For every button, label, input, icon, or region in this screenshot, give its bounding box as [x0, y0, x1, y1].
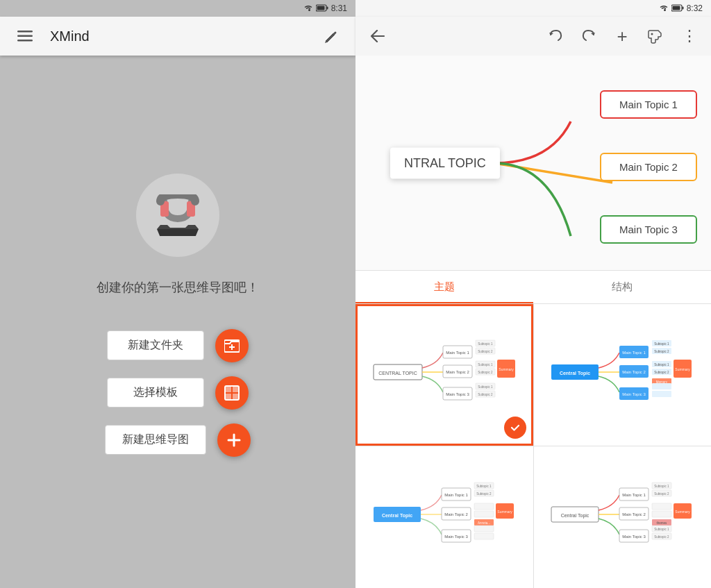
template-cell-4[interactable]: Central Topic Main Topic 1 Subtopic 1 Su… — [534, 446, 712, 588]
svg-rect-26 — [443, 365, 472, 378]
tab-bar: 主题 结构 — [356, 271, 711, 304]
left-wifi-icon — [303, 3, 313, 13]
redo-button[interactable] — [575, 22, 603, 50]
new-mindmap-label: 新建思维导图 — [105, 425, 206, 455]
select-template-row: 选择模板 — [14, 376, 342, 410]
template-cell-3[interactable]: Central Topic Main Topic 1 Subtopic 1 Su… — [356, 446, 533, 588]
svg-text:Subtopic 2: Subtopic 2 — [478, 350, 493, 353]
svg-rect-61 — [652, 391, 671, 397]
topic-node-3[interactable]: Main Topic 3 — [600, 215, 697, 244]
topic-node-2[interactable]: Main Topic 2 — [600, 153, 697, 181]
new-mindmap-button[interactable] — [217, 423, 251, 457]
svg-text:Main Topic 1: Main Topic 1 — [444, 493, 468, 497]
empty-state-icon — [136, 174, 219, 257]
add-button[interactable]: + — [608, 22, 636, 50]
svg-text:Subtopic 1: Subtopic 1 — [478, 363, 493, 367]
svg-text:Main Topic 1: Main Topic 1 — [622, 351, 646, 355]
left-battery-icon — [316, 4, 328, 13]
new-folder-button[interactable] — [215, 329, 249, 362]
svg-text:Subtopic 1: Subtopic 1 — [655, 485, 670, 488]
svg-text:Subtopic 2: Subtopic 2 — [655, 535, 670, 539]
svg-rect-72 — [474, 503, 494, 510]
svg-text:Main Topic 1: Main Topic 1 — [622, 493, 646, 497]
svg-text:Subtopic 1: Subtopic 1 — [476, 485, 492, 488]
svg-rect-12 — [225, 394, 231, 400]
svg-text:CENTRAL TOPIC: CENTRAL TOPIC — [378, 371, 417, 376]
svg-text:Main Topic 3: Main Topic 3 — [622, 535, 646, 539]
left-panel: 8:31 XMind — [0, 0, 356, 588]
svg-rect-30 — [476, 369, 495, 375]
svg-text:Central Topic: Central Topic — [382, 513, 412, 519]
svg-text:Subtopic 2: Subtopic 2 — [655, 492, 670, 496]
svg-text:Subtopic 1: Subtopic 1 — [655, 528, 670, 531]
svg-text:Summary: Summary — [497, 510, 512, 514]
svg-rect-32 — [497, 360, 515, 378]
svg-text:Main Topic 3: Main Topic 3 — [446, 392, 469, 396]
svg-text:Subtopic 2: Subtopic 2 — [476, 492, 492, 496]
hamburger-menu-icon[interactable] — [11, 22, 39, 50]
template-cell-2[interactable]: Central Topic Main Topic 1 Subtopic 1 Su… — [534, 304, 712, 446]
topic-node-1[interactable]: Main Topic 1 — [600, 90, 697, 119]
svg-text:Summary: Summary — [499, 367, 514, 371]
templates-grid: CENTRAL TOPIC Main Topic 1 Subtopic 1 Su… — [356, 304, 711, 588]
svg-text:Main Topic 2: Main Topic 2 — [622, 370, 646, 374]
svg-rect-16 — [672, 6, 680, 10]
back-button[interactable] — [364, 22, 392, 50]
template-cell-1[interactable]: CENTRAL TOPIC Main Topic 1 Subtopic 1 Su… — [356, 304, 533, 446]
svg-text:Subtopic 1: Subtopic 1 — [478, 385, 493, 389]
svg-rect-36 — [476, 383, 495, 389]
svg-text:Subtopic 1: Subtopic 1 — [478, 342, 493, 346]
svg-rect-38 — [476, 391, 495, 397]
more-options-button[interactable]: ⋮ — [675, 22, 703, 50]
right-wifi-icon — [659, 2, 669, 15]
svg-rect-3 — [17, 31, 33, 33]
new-folder-label: 新建文件夹 — [107, 330, 204, 360]
edit-icon[interactable] — [317, 22, 344, 50]
right-time: 8:32 — [687, 3, 703, 13]
new-mindmap-row: 新建思维导图 — [14, 423, 342, 457]
svg-text:Summary: Summary — [676, 367, 691, 371]
right-battery-icon — [671, 2, 684, 15]
tab-theme[interactable]: 主题 — [356, 271, 533, 303]
svg-text:Main Topic 3: Main Topic 3 — [622, 392, 646, 396]
right-toolbar: + ⋮ — [356, 17, 711, 56]
select-template-label: 选择模板 — [107, 378, 204, 408]
svg-rect-24 — [476, 348, 495, 354]
svg-text:Main Topic 3: Main Topic 3 — [444, 535, 468, 539]
left-status-icons: 8:31 — [303, 3, 347, 13]
select-template-button[interactable] — [215, 376, 249, 410]
svg-rect-15 — [682, 7, 683, 10]
svg-text:Subtopic 1: Subtopic 1 — [655, 342, 670, 346]
mindmap-canvas[interactable]: NTRAL TOPIC Main Topic 1 Main Topic 2 Ma… — [356, 56, 711, 271]
svg-text:Main Topic 2: Main Topic 2 — [444, 512, 468, 516]
left-time: 8:31 — [331, 3, 347, 13]
undo-button[interactable] — [542, 22, 569, 50]
right-status-bar: 8:32 — [356, 0, 711, 17]
left-toolbar: XMind — [0, 17, 356, 56]
left-status-bar: 8:31 — [0, 0, 356, 17]
right-panel: 8:32 + ⋮ — [356, 0, 711, 588]
svg-rect-1 — [326, 6, 328, 9]
svg-rect-10 — [225, 386, 231, 392]
svg-rect-13 — [233, 394, 239, 400]
template-1-selected-badge — [504, 417, 526, 439]
svg-rect-22 — [476, 340, 495, 346]
new-folder-row: 新建文件夹 — [14, 329, 342, 362]
tab-structure[interactable]: 结构 — [533, 271, 711, 303]
svg-rect-34 — [443, 387, 472, 400]
svg-text:Main Topic 2: Main Topic 2 — [446, 370, 469, 374]
svg-text:Subtopic 2: Subtopic 2 — [655, 371, 670, 374]
svg-text:Subtopic 2: Subtopic 2 — [655, 350, 670, 353]
format-paint-button[interactable] — [642, 22, 669, 50]
svg-rect-80 — [474, 526, 494, 532]
svg-text:Central Topic: Central Topic — [560, 371, 590, 376]
svg-text:Main Topic 2: Main Topic 2 — [622, 512, 646, 516]
svg-rect-73 — [474, 511, 494, 517]
svg-rect-4 — [17, 35, 33, 37]
svg-point-17 — [651, 33, 653, 35]
svg-rect-93 — [652, 511, 671, 517]
svg-rect-20 — [443, 346, 472, 358]
svg-text:Subtopic 2: Subtopic 2 — [478, 371, 493, 374]
central-topic-node[interactable]: NTRAL TOPIC — [390, 147, 500, 178]
svg-rect-60 — [652, 383, 671, 389]
